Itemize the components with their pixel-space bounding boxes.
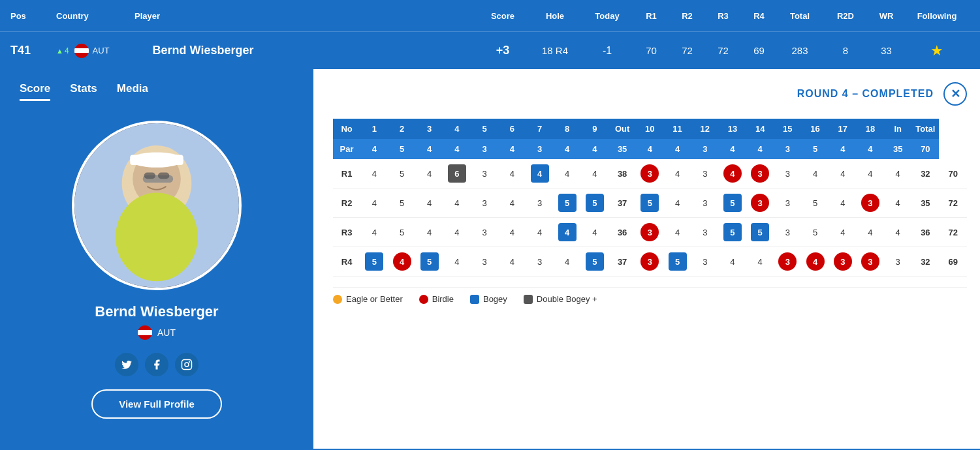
- score-cell: 5: [801, 218, 829, 247]
- col-10: 10: [636, 119, 663, 139]
- header-country: Country: [56, 11, 134, 21]
- col-18: 18: [857, 119, 884, 139]
- svg-rect-8: [158, 173, 169, 179]
- score-cell: 5: [636, 188, 663, 218]
- header-following: Following: [904, 11, 970, 21]
- tab-media[interactable]: Media: [117, 82, 148, 101]
- tab-stats[interactable]: Stats: [70, 82, 97, 101]
- score-cell: 4: [857, 218, 884, 247]
- player-wr: 33: [868, 45, 904, 56]
- twitter-icon[interactable]: [115, 353, 138, 376]
- col-total: Total: [911, 119, 939, 139]
- round-title: ROUND 4 – COMPLETED: [797, 88, 934, 100]
- col-12: 12: [691, 119, 719, 139]
- birdie-icon: [419, 295, 428, 304]
- player-movement: ▲ 4: [56, 46, 69, 55]
- scorecard-row-r4: R45454343453735344343333269: [333, 247, 967, 277]
- score-cell: 5: [388, 218, 415, 247]
- score-cell: 5: [388, 188, 415, 218]
- score-cell: 5: [581, 188, 609, 218]
- facebook-icon[interactable]: [145, 353, 168, 376]
- score-cell: 5: [581, 247, 609, 277]
- country-flag: [74, 44, 89, 58]
- score-cell: 4: [416, 159, 443, 188]
- detail-panel: Score Stats Media: [0, 69, 980, 449]
- header-hole: Hole: [529, 11, 581, 21]
- score-cell: 70: [939, 159, 967, 188]
- score-cell: 37: [609, 188, 636, 218]
- score-cell: 4: [663, 159, 691, 188]
- score-cell: 4: [554, 159, 581, 188]
- double-bogey-icon: [524, 295, 533, 304]
- score-cell: 4: [360, 188, 388, 218]
- score-cell: 4: [443, 188, 471, 218]
- close-button[interactable]: ✕: [943, 82, 967, 106]
- col-1: 1: [360, 119, 388, 139]
- svg-point-11: [189, 362, 190, 363]
- score-cell: 3: [774, 188, 801, 218]
- score-cell: 4: [884, 218, 911, 247]
- score-cell: 5: [360, 247, 388, 277]
- instagram-icon[interactable]: [175, 353, 198, 376]
- player-name: Bernd Wiesberger: [153, 44, 477, 57]
- player-score: +3: [477, 44, 529, 57]
- score-cell: 4: [498, 247, 526, 277]
- col-in: In: [884, 119, 911, 139]
- header-r2d: R2D: [823, 11, 868, 21]
- score-cell: 4: [443, 218, 471, 247]
- col-out: Out: [609, 119, 636, 139]
- score-cell: 5: [719, 188, 746, 218]
- player-r1: 70: [633, 45, 669, 56]
- score-cell: 4: [526, 159, 553, 188]
- player-today: -1: [581, 45, 633, 57]
- player-detail-name: Bernd Wiesberger: [95, 303, 218, 320]
- col-3: 3: [416, 119, 443, 139]
- tabs-container: Score Stats Media: [0, 82, 313, 101]
- score-cell: 5: [719, 218, 746, 247]
- player-r2d: 8: [823, 45, 868, 56]
- scorecard-header-row: No 1 2 3 4 5 6 7 8 9 Out 10 11 12 13 14: [333, 119, 967, 139]
- svg-rect-4: [130, 155, 183, 165]
- player-position: T41: [10, 44, 56, 57]
- score-cell: 4: [829, 159, 857, 188]
- score-cell: 4: [581, 218, 609, 247]
- score-cell: 4: [746, 247, 774, 277]
- score-cell: 3: [636, 159, 663, 188]
- score-cell: 69: [939, 247, 967, 277]
- score-cell: 4: [663, 188, 691, 218]
- tab-score[interactable]: Score: [20, 82, 50, 101]
- col-5: 5: [471, 119, 498, 139]
- following-star-icon[interactable]: ★: [930, 42, 943, 59]
- score-cell: 3: [471, 159, 498, 188]
- col-16: 16: [801, 119, 829, 139]
- header-total: Total: [777, 11, 823, 21]
- svg-point-10: [185, 363, 189, 367]
- scorecard-row-r1: R14546344443834343344443270: [333, 159, 967, 188]
- scorecard-table: No 1 2 3 4 5 6 7 8 9 Out 10 11 12 13 14: [333, 119, 967, 277]
- score-cell: 3: [471, 188, 498, 218]
- score-cell: 4: [526, 218, 553, 247]
- player-r4: 69: [741, 45, 777, 56]
- score-cell: 4: [498, 188, 526, 218]
- score-cell: 5: [663, 247, 691, 277]
- scorecard-legend: Eagle or Better Birdie Bogey Double Boge…: [333, 287, 967, 310]
- view-profile-button[interactable]: View Full Profile: [91, 389, 222, 419]
- score-cell: 4: [719, 247, 746, 277]
- score-cell: 4: [581, 159, 609, 188]
- header-r4: R4: [741, 11, 777, 21]
- left-panel: Score Stats Media: [0, 69, 313, 449]
- score-cell: 4: [416, 188, 443, 218]
- legend-birdie: Birdie: [419, 294, 454, 304]
- player-following: ★: [904, 42, 970, 59]
- scorecard-row-r2: R24544343553754353354343572: [333, 188, 967, 218]
- score-cell: 4: [388, 247, 415, 277]
- bogey-icon: [470, 295, 479, 304]
- score-cell: 3: [526, 247, 553, 277]
- score-cell: 6: [443, 159, 471, 188]
- leaderboard-header: Pos Country Player Score Hole Today R1 R…: [0, 0, 980, 31]
- score-cell: 3: [691, 247, 719, 277]
- col-15: 15: [774, 119, 801, 139]
- player-country: AUT: [74, 44, 153, 58]
- score-cell: 3: [774, 159, 801, 188]
- legend-bogey: Bogey: [470, 294, 507, 304]
